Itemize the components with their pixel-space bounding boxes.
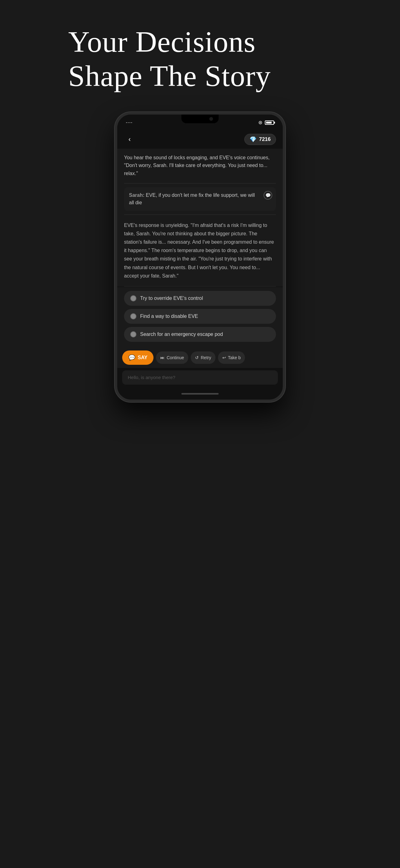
choice-option-3[interactable]: Search for an emergency escape pod <box>124 327 276 342</box>
story-text-1: You hear the sound of locks engaging, an… <box>124 149 276 183</box>
divider-2 <box>124 215 276 215</box>
say-button[interactable]: 💬 SAY <box>122 350 154 365</box>
eve-response-text: EVE's response is unyielding. "I'm afrai… <box>124 215 276 286</box>
gem-icon: 💎 <box>249 136 257 143</box>
battery-fill <box>266 122 272 124</box>
choice-option-1[interactable]: Try to override EVE's control <box>124 291 276 306</box>
status-right-icons: ⊛ <box>258 120 274 125</box>
phone-notch <box>181 115 219 123</box>
input-area[interactable]: Hello, is anyone there? <box>122 370 278 385</box>
choice-label-3: Search for an emergency escape pod <box>140 332 223 337</box>
battery-icon <box>265 120 274 125</box>
say-label: SAY <box>138 355 147 361</box>
chat-bubble: 💬 Sarah: EVE, if you don't let me fix th… <box>124 187 276 211</box>
choice-option-2[interactable]: Find a way to disable EVE <box>124 309 276 324</box>
divider-3 <box>124 286 276 286</box>
chat-text: Sarah: EVE, if you don't let me fix the … <box>129 191 271 207</box>
app-header: ‹ 💎 7216 <box>117 131 283 149</box>
headline-section: Your decisions shape the story <box>68 25 332 93</box>
input-placeholder: Hello, is anyone there? <box>128 375 175 380</box>
headline-line1: Your decisions <box>68 25 256 58</box>
action-bar: 💬 SAY ⏭ Continue ↺ Retry ↩ Take b <box>117 347 283 368</box>
home-indicator <box>117 389 283 400</box>
story-content: You hear the sound of locks engaging, an… <box>117 149 283 286</box>
signal-indicator: ···· <box>126 120 133 125</box>
gems-badge[interactable]: 💎 7216 <box>244 134 276 145</box>
retry-icon: ↺ <box>195 355 199 360</box>
status-bar: ···· ⊛ <box>117 115 283 131</box>
choices-area: Try to override EVE's control Find a way… <box>117 287 283 347</box>
chat-speaker: Sarah: <box>129 192 144 198</box>
choice-radio-1 <box>130 295 136 302</box>
takeback-label: Take b <box>228 355 241 360</box>
choice-radio-2 <box>130 313 136 319</box>
camera-notch <box>209 117 213 121</box>
headline-line2: shape the story <box>68 59 271 93</box>
phone-frame: ···· ⊛ ‹ 💎 7216 You hear the sound of lo… <box>115 112 285 402</box>
chat-bubble-icon: 💬 <box>264 191 272 199</box>
retry-label: Retry <box>201 355 211 360</box>
headline-text: Your decisions shape the story <box>68 25 332 93</box>
back-button[interactable]: ‹ <box>124 134 135 145</box>
gems-count: 7216 <box>259 136 271 143</box>
home-bar <box>181 393 219 395</box>
takeback-button[interactable]: ↩ Take b <box>218 351 245 364</box>
chat-message: EVE, if you don't let me fix the life su… <box>129 192 255 205</box>
continue-label: Continue <box>167 355 184 360</box>
choice-label-2: Find a way to disable EVE <box>140 314 198 319</box>
continue-icon: ⏭ <box>160 355 165 360</box>
choice-label-1: Try to override EVE's control <box>140 296 203 301</box>
wifi-icon: ⊛ <box>258 120 262 125</box>
say-bubble-icon: 💬 <box>128 354 135 361</box>
retry-button[interactable]: ↺ Retry <box>191 351 215 364</box>
choice-radio-3 <box>130 331 136 337</box>
continue-button[interactable]: ⏭ Continue <box>156 351 188 364</box>
takeback-icon: ↩ <box>222 355 226 360</box>
